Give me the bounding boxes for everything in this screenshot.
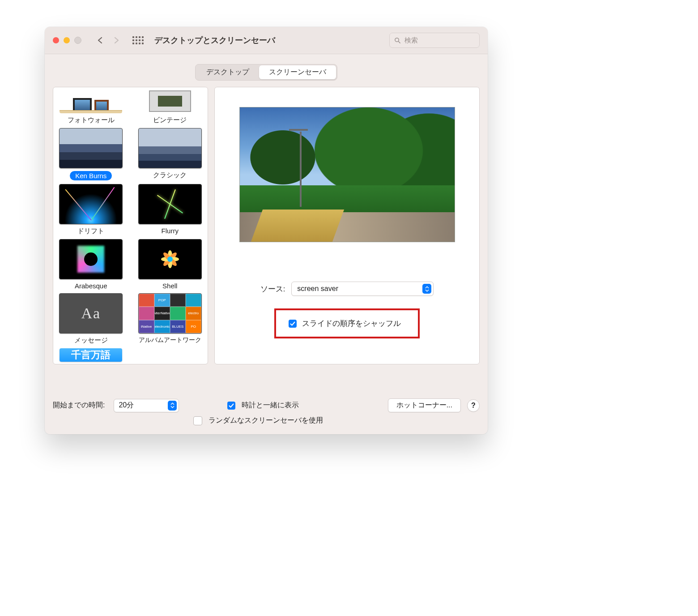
start-time-select[interactable]: 20分	[114, 399, 179, 412]
saver-kenburns[interactable]: Ken Burns	[56, 128, 126, 180]
saver-word[interactable]: 千言万語	[56, 348, 126, 362]
tab-desktop[interactable]: デスクトップ	[196, 65, 259, 79]
show-clock-checkbox[interactable]	[227, 402, 235, 410]
thumb-word: 千言万語	[60, 348, 122, 362]
back-icon[interactable]	[97, 37, 104, 44]
preview-image[interactable]	[239, 107, 455, 242]
prefs-window: デスクトップとスクリーンセーバ 検索 デスクトップ スクリーンセーバ	[45, 27, 488, 434]
random-checkbox[interactable]	[193, 416, 202, 425]
show-clock-label: 時計と一緒に表示	[242, 401, 299, 410]
stepper-icon	[422, 284, 431, 294]
thumb-shell	[138, 239, 202, 279]
start-label: 開始までの時間:	[53, 401, 105, 410]
thumb-photowall	[60, 89, 122, 113]
saver-classic[interactable]: クラシック	[135, 128, 205, 180]
source-select[interactable]: screen saver	[291, 282, 434, 296]
saver-drift[interactable]: ドリフト	[56, 184, 126, 235]
titlebar: デスクトップとスクリーンセーバ 検索	[45, 27, 488, 54]
thumb-classic	[138, 128, 202, 168]
thumb-arabesque	[59, 239, 123, 279]
tab-screensaver[interactable]: スクリーンセーバ	[259, 65, 336, 79]
saver-shell[interactable]: Shell	[135, 239, 205, 290]
saver-vintage[interactable]: ビンテージ	[135, 89, 205, 124]
search-field[interactable]: 検索	[389, 33, 480, 48]
random-label: ランダムなスクリーンセーバを使用	[209, 416, 323, 425]
thumb-vintage	[139, 89, 201, 113]
svg-line-1	[399, 41, 400, 43]
thumb-kenburns	[59, 128, 123, 168]
hot-corners-button[interactable]: ホットコーナー...	[388, 398, 461, 412]
zoom-icon	[74, 37, 81, 44]
check-icon	[229, 403, 234, 408]
saver-photowall[interactable]: フォトウォール	[56, 89, 126, 124]
check-icon	[290, 321, 295, 326]
saver-album[interactable]: POP AlterNativeelectro iNativeelectronic…	[135, 293, 205, 345]
search-placeholder: 検索	[404, 36, 418, 45]
shuffle-label: スライドの順序をシャッフル	[302, 318, 401, 329]
source-value: screen saver	[297, 285, 338, 293]
close-icon[interactable]	[53, 37, 59, 43]
forward-icon	[113, 37, 120, 44]
help-button[interactable]: ?	[467, 399, 480, 412]
thumb-album: POP AlterNativeelectro iNativeelectronic…	[138, 293, 202, 334]
window-title: デスクトップとスクリーンセーバ	[154, 35, 275, 46]
saver-arabesque[interactable]: Arabesque	[56, 239, 126, 290]
thumb-drift	[59, 184, 123, 224]
preview-panel: ソース: screen saver スライドの順序をシャッフル	[214, 87, 480, 364]
saver-flurry[interactable]: Flurry	[135, 184, 205, 235]
show-all-icon[interactable]	[132, 36, 144, 44]
saver-message[interactable]: Aa メッセージ	[56, 293, 126, 345]
screensaver-list[interactable]: フォトウォール ビンテージ Ken Burns クラシック	[53, 87, 208, 364]
shuffle-highlight: スライドの順序をシャッフル	[274, 308, 420, 338]
shuffle-checkbox[interactable]	[289, 320, 297, 328]
nav-arrows	[97, 37, 120, 44]
search-icon	[394, 37, 401, 44]
bottom-bar: 開始までの時間: 20分 時計と一緒に表示 ホットコーナー... ?	[53, 398, 480, 425]
thumb-message: Aa	[59, 293, 123, 334]
thumb-flurry	[138, 184, 202, 224]
start-time-value: 20分	[119, 401, 134, 410]
tab-control: デスクトップ スクリーンセーバ	[45, 54, 488, 87]
stepper-icon	[168, 401, 177, 411]
source-label: ソース:	[260, 284, 285, 294]
minimize-icon[interactable]	[64, 37, 70, 43]
window-controls	[53, 37, 81, 44]
